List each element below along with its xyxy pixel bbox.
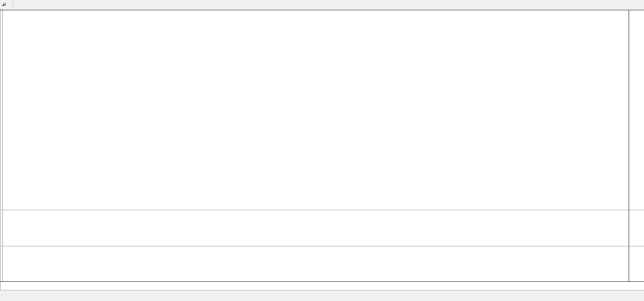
main-price-chart[interactable] <box>3 10 629 210</box>
chart-tab-bar <box>0 290 644 301</box>
chart-top-border <box>0 10 644 10</box>
rsi-splitter-highlight <box>0 210 644 211</box>
mt4-window: { "toolbar": { "timeframes": ["M1","M5",… <box>0 0 644 301</box>
window-edge-outer <box>0 9 0 301</box>
chart-shift-icon[interactable] <box>1 2 7 7</box>
rsi-indicator-pane[interactable] <box>3 211 629 246</box>
chart-shift-icon-glyph <box>1 2 7 7</box>
window-edge-inner <box>2 9 3 282</box>
macd-indicator-pane[interactable] <box>3 247 629 281</box>
toolbar-grip[interactable] <box>13 1 14 7</box>
macd-splitter-highlight <box>0 246 644 247</box>
price-axis-line <box>629 10 629 282</box>
top-toolbar <box>0 0 644 9</box>
chart-bottom-border <box>0 281 644 282</box>
